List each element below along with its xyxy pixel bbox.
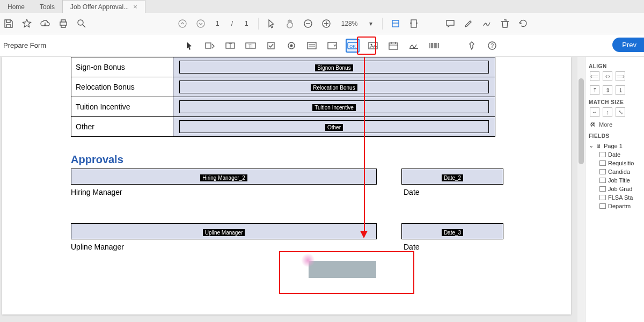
radio-icon[interactable]	[284, 39, 298, 53]
vertical-scrollbar[interactable]	[577, 57, 585, 322]
fit-page-icon[interactable]	[408, 18, 419, 29]
date-field-icon[interactable]	[386, 39, 400, 53]
separator	[382, 18, 383, 30]
panel-heading-fields: FIELDS	[589, 133, 642, 139]
svg-rect-7	[206, 43, 211, 48]
match-height-icon[interactable]: ↕	[603, 107, 612, 117]
page-up-icon[interactable]	[177, 18, 188, 29]
field-tag: Other	[325, 124, 343, 131]
refresh-icon[interactable]	[518, 18, 529, 29]
document-workspace: Sign-on Bonus Signon Bonus Relocation Bo…	[0, 57, 585, 322]
date3-field[interactable]: Date_3	[401, 223, 503, 239]
field-tag: Hiring Manager_2	[200, 174, 247, 181]
svg-rect-21	[389, 43, 398, 49]
tree-field-item[interactable]: Candida	[588, 167, 642, 176]
search-icon[interactable]	[76, 18, 87, 29]
match-width-icon[interactable]: ↔	[590, 107, 599, 117]
preview-button[interactable]: Prev	[612, 38, 644, 52]
dropdown-icon[interactable]	[325, 39, 339, 53]
tree-field-item[interactable]: Date	[588, 150, 642, 159]
right-panel: ALIGN ⟸ ⇔ ⟹ ⤒ ⇕ ⤓ MATCH SIZE ↔ ↕ ⤡ 🛠 Mor…	[585, 57, 644, 322]
date2-field[interactable]: Date_2	[401, 169, 503, 185]
align-middle-icon[interactable]: ⇕	[603, 85, 612, 95]
comment-icon[interactable]	[445, 18, 456, 29]
button-field-icon[interactable]: OK	[346, 39, 360, 53]
zoom-dropdown-icon[interactable]: ▾	[367, 20, 375, 27]
cloud-icon[interactable]	[40, 18, 50, 29]
bonus-table: Sign-on Bonus Signon Bonus Relocation Bo…	[71, 57, 495, 137]
barcode-icon[interactable]	[427, 39, 441, 53]
tree-field-item[interactable]: Job Title	[588, 176, 642, 185]
print-icon[interactable]	[58, 18, 69, 29]
svg-rect-22	[409, 48, 418, 49]
form-field[interactable]: Tuition Incentive	[173, 97, 495, 117]
delete-icon[interactable]	[500, 18, 510, 29]
form-field[interactable]: Signon Bonus	[173, 57, 495, 77]
select-tool-icon[interactable]	[182, 39, 196, 53]
pointer-icon[interactable]	[266, 18, 277, 29]
save-icon[interactable]	[3, 18, 14, 29]
hiring-manager-field[interactable]: Hiring Manager_2	[71, 169, 377, 185]
field-icon	[599, 160, 606, 166]
pin-icon[interactable]	[465, 39, 479, 53]
align-center-icon[interactable]: ⇔	[603, 71, 612, 81]
svg-point-14	[290, 44, 293, 47]
sign-icon[interactable]	[481, 18, 492, 29]
annotation-arrow-head	[360, 231, 368, 238]
tree-field-label: Departm	[608, 203, 631, 209]
row-label: Relocation Bonus	[71, 77, 173, 97]
form-field[interactable]: Other	[173, 117, 495, 137]
help-icon[interactable]: ?	[485, 39, 499, 53]
tree-field-item[interactable]: Requisitio	[588, 159, 642, 167]
align-left-icon[interactable]: ⟸	[590, 71, 599, 81]
field-tag: Date_3	[442, 229, 463, 236]
tab-home[interactable]: Home	[0, 1, 32, 13]
chevron-down-icon: ⌄	[589, 142, 594, 149]
prepare-form-toolbar: Prepare Form T T| OK ? Prev	[0, 34, 644, 57]
zoom-in-icon[interactable]	[321, 18, 332, 29]
tree-page-node[interactable]: ⌄ 🗎 Page 1	[588, 141, 642, 150]
text-field-multi-icon[interactable]: T|	[244, 39, 258, 53]
highlight-icon[interactable]	[463, 18, 474, 29]
match-both-icon[interactable]: ⤡	[616, 107, 625, 117]
scrollbar-thumb[interactable]	[579, 78, 584, 164]
new-button-field[interactable]	[309, 261, 376, 278]
form-field[interactable]: Relocation Bonus	[173, 77, 495, 97]
image-field-icon[interactable]	[366, 39, 380, 53]
svg-rect-15	[308, 42, 316, 49]
tree-field-label: Candida	[608, 169, 630, 175]
field-icon	[599, 152, 606, 157]
page-down-icon[interactable]	[195, 18, 206, 29]
tree-field-item[interactable]: FLSA Sta	[588, 193, 642, 202]
main-toolbar: 1 / 1 128% ▾	[0, 13, 644, 34]
annotation-arrow	[364, 57, 365, 232]
mode-title: Prepare Form	[0, 41, 182, 49]
page-sep: /	[229, 20, 235, 27]
field-tag: Relocation Bonus	[311, 84, 357, 91]
section-heading: Approvals	[71, 153, 123, 166]
zoom-out-icon[interactable]	[303, 18, 313, 29]
page-current[interactable]: 1	[214, 20, 222, 27]
align-bottom-icon[interactable]: ⤓	[616, 85, 625, 95]
tree-field-item[interactable]: Job Grad	[588, 185, 642, 193]
panel-heading-match: MATCH SIZE	[589, 99, 642, 105]
hand-icon[interactable]	[284, 18, 295, 29]
checkbox-icon[interactable]	[264, 39, 278, 53]
tab-document[interactable]: Job Offer Approval... ×	[62, 0, 145, 13]
align-right-icon[interactable]: ⟹	[616, 71, 625, 81]
upline-manager-field[interactable]: Upline Manager	[71, 223, 377, 239]
star-icon[interactable]	[21, 18, 32, 29]
signature-field-icon[interactable]	[407, 39, 421, 53]
fit-width-icon[interactable]	[390, 18, 401, 29]
field-tag: Upline Manager	[203, 229, 245, 236]
svg-rect-12	[268, 42, 274, 49]
close-icon[interactable]: ×	[133, 3, 137, 11]
more-button[interactable]: 🛠 More	[590, 121, 642, 128]
listbox-icon[interactable]	[305, 39, 319, 53]
edit-tool-icon[interactable]	[203, 39, 217, 53]
align-top-icon[interactable]: ⤒	[590, 85, 599, 95]
text-field-icon[interactable]: T	[223, 39, 237, 53]
tree-field-item[interactable]: Departm	[588, 202, 642, 210]
tab-tools[interactable]: Tools	[32, 1, 62, 13]
zoom-level[interactable]: 128%	[339, 20, 360, 27]
